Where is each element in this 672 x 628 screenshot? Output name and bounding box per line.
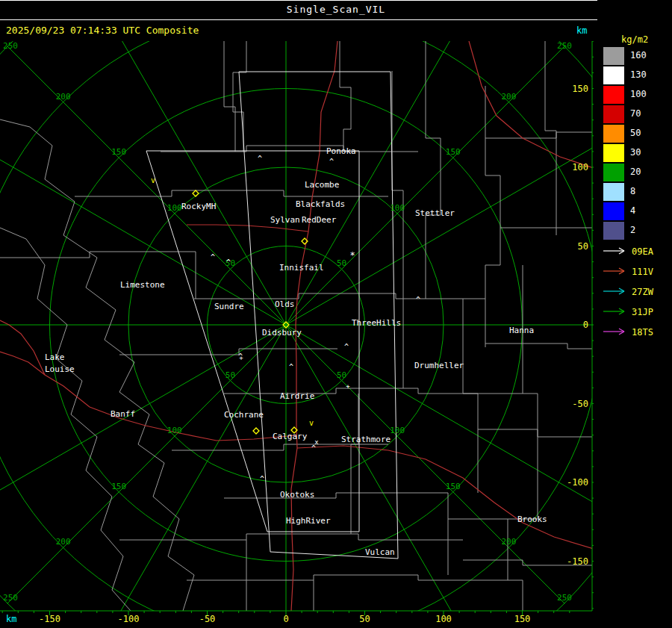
town-marker: x — [314, 438, 319, 446]
radar-station-list: 09EA111V27ZW31JP18TS — [602, 243, 672, 344]
town-marker: + — [239, 354, 243, 361]
highway-line — [0, 320, 45, 375]
range-ring-label: 100 — [390, 426, 405, 435]
range-ring-label: 200 — [501, 537, 516, 547]
city-label: Limestone — [120, 280, 165, 290]
range-ring-label: 150 — [111, 482, 126, 491]
county-boundary — [485, 86, 500, 347]
legend-entry: 30 — [603, 143, 672, 163]
highway-line — [187, 225, 308, 231]
legend-color-swatch — [603, 183, 624, 201]
legend-value: 130 — [630, 69, 647, 80]
town-marker: ^ — [258, 155, 262, 163]
right-axis-label: -150 — [567, 556, 588, 567]
right-axis-label: 50 — [578, 241, 588, 252]
range-ring-label: 50 — [337, 370, 346, 380]
legend-value: 30 — [630, 147, 641, 158]
range-ring-label: 150 — [111, 147, 126, 157]
city-label: Banff — [111, 409, 135, 419]
county-boundary — [194, 293, 485, 299]
legend-color-swatch — [603, 66, 624, 84]
legend-value: 50 — [630, 128, 641, 138]
legend-value: 70 — [630, 108, 641, 119]
station-id: 111V — [632, 267, 653, 277]
bottom-axis-unit: km — [6, 614, 16, 624]
range-ring-label: 250 — [3, 593, 18, 603]
city-label: Sylvan — [270, 215, 300, 225]
radar-station-entry: 31JP — [602, 304, 672, 324]
town-marker: ^ — [329, 158, 334, 166]
city-label: Strathmore — [341, 435, 391, 444]
radial-spoke — [89, 325, 286, 628]
right-axis-unit: km — [576, 25, 587, 36]
city-label: Lacombe — [305, 180, 339, 190]
radar-station-entry: 27ZW — [602, 284, 672, 304]
radar-app-window: Single_Scan_VIL 2025/09/23 07:14:33 UTC … — [0, 0, 672, 628]
city-label: Louise — [45, 364, 75, 374]
town-marker: + — [346, 382, 350, 390]
city-diamond-marker — [253, 428, 259, 434]
county-boundary — [463, 299, 478, 493]
right-axis-label: -100 — [567, 477, 588, 488]
right-axis-label: 0 — [583, 320, 588, 330]
legend-value: 8 — [630, 186, 635, 196]
range-ring-label: 250 — [557, 41, 572, 51]
city-label: ThreeHills — [352, 318, 401, 328]
legend-color-swatch — [603, 164, 624, 181]
radial-spoke — [89, 41, 286, 325]
radar-map: 5050505010010010010015015015015020020020… — [0, 41, 594, 628]
legend-color-swatch — [603, 125, 624, 143]
county-boundary — [0, 119, 194, 611]
bottom-axis-label: 150 — [514, 614, 531, 624]
city-label: Didsbury — [262, 328, 302, 338]
county-boundary — [187, 575, 508, 580]
city-label: Okotoks — [280, 490, 314, 500]
radar-station-entry: 09EA — [602, 243, 672, 264]
station-arrow-icon — [602, 267, 627, 276]
scan-timestamp: 2025/09/23 07:14:33 UTC Composite — [6, 25, 199, 36]
city-label: Blackfalds — [296, 199, 345, 209]
town-marker: ^ — [226, 258, 231, 267]
radar-station-entry: 111V — [602, 264, 672, 284]
legend-entry: 130 — [603, 66, 672, 85]
county-boundary — [0, 228, 131, 611]
station-arrow-icon — [602, 307, 627, 316]
town-marker: v — [151, 176, 155, 184]
bottom-axis-label: 0 — [283, 614, 288, 624]
range-ring-label: 200 — [56, 537, 71, 547]
city-label: Airdrie — [280, 391, 314, 401]
county-boundary — [0, 252, 196, 258]
bottom-axis-label: -150 — [39, 614, 60, 624]
county-boundary — [485, 343, 594, 349]
legend-entry: 4 — [603, 202, 672, 221]
range-ring-label: 100 — [390, 203, 405, 213]
radial-spoke — [0, 128, 286, 325]
county-boundary — [224, 493, 448, 498]
title-bar: Single_Scan_VIL — [0, 0, 672, 20]
county-boundary — [119, 534, 463, 540]
legend-entry: 160 — [603, 46, 672, 66]
legend-entry: 20 — [603, 163, 672, 182]
legend-value: 2 — [630, 225, 635, 235]
town-marker: ^ — [260, 475, 264, 483]
county-boundary — [119, 349, 337, 355]
window-title: Single_Scan_VIL — [287, 4, 385, 15]
range-ring-label: 200 — [56, 92, 71, 102]
city-label: Cochrane — [224, 410, 264, 420]
right-axis-label: -50 — [572, 399, 588, 409]
range-ring-label: 50 — [337, 258, 346, 268]
range-ring-label: 250 — [557, 593, 572, 603]
city-label: Olds — [275, 299, 295, 309]
bottom-axis-label: 50 — [359, 614, 370, 624]
city-label: Lake — [45, 352, 65, 362]
bottom-axis-label: -100 — [118, 614, 140, 624]
station-arrow-icon — [602, 246, 627, 255]
town-marker: ^ — [289, 363, 293, 371]
station-arrow-icon — [602, 327, 627, 336]
town-marker: ^ — [344, 343, 349, 351]
legend-value: 4 — [630, 205, 635, 216]
highway-line — [469, 41, 594, 168]
legend-color-swatch — [603, 47, 624, 65]
county-boundary — [523, 265, 538, 519]
station-id: 27ZW — [632, 287, 653, 297]
